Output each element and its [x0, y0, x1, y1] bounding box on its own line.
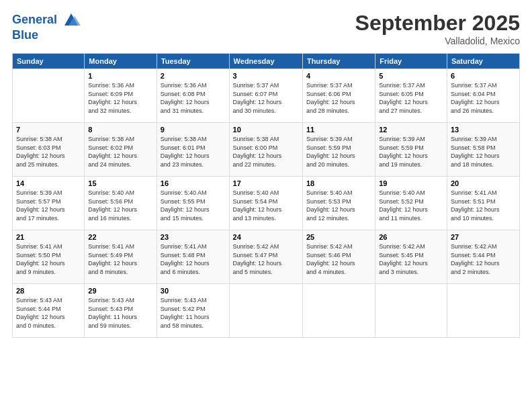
day-info: Sunrise: 5:40 AM Sunset: 5:52 PM Dayligh… — [379, 189, 443, 222]
calendar-table: Sunday Monday Tuesday Wednesday Thursday… — [12, 53, 520, 338]
cell-w1-d6: 6Sunrise: 5:37 AM Sunset: 6:04 PM Daylig… — [447, 69, 519, 123]
col-friday: Friday — [375, 54, 447, 69]
cell-w5-d2: 30Sunrise: 5:43 AM Sunset: 5:42 PM Dayli… — [157, 284, 229, 338]
page: General Blue September 2025 Valladolid, … — [0, 0, 532, 411]
cell-w5-d3 — [229, 284, 302, 338]
cell-w2-d4: 11Sunrise: 5:39 AM Sunset: 5:59 PM Dayli… — [302, 123, 375, 177]
cell-w3-d1: 15Sunrise: 5:40 AM Sunset: 5:56 PM Dayli… — [85, 177, 157, 230]
day-number: 19 — [379, 179, 443, 187]
day-number: 14 — [16, 179, 81, 187]
day-number: 10 — [233, 126, 299, 134]
day-number: 2 — [161, 72, 226, 80]
cell-w3-d5: 19Sunrise: 5:40 AM Sunset: 5:52 PM Dayli… — [375, 177, 447, 230]
day-info: Sunrise: 5:41 AM Sunset: 5:50 PM Dayligh… — [16, 242, 81, 276]
day-info: Sunrise: 5:40 AM Sunset: 5:55 PM Dayligh… — [161, 189, 226, 222]
day-number: 6 — [451, 72, 516, 80]
day-number: 21 — [16, 233, 81, 241]
cell-w2-d3: 10Sunrise: 5:38 AM Sunset: 6:00 PM Dayli… — [229, 123, 302, 177]
logo-icon — [62, 11, 81, 30]
cell-w4-d3: 24Sunrise: 5:42 AM Sunset: 5:47 PM Dayli… — [229, 230, 302, 284]
col-wednesday: Wednesday — [229, 54, 302, 69]
day-info: Sunrise: 5:42 AM Sunset: 5:44 PM Dayligh… — [451, 242, 516, 276]
cell-w1-d5: 5Sunrise: 5:37 AM Sunset: 6:05 PM Daylig… — [375, 69, 447, 123]
title-block: September 2025 Valladolid, Mexico — [355, 11, 520, 46]
day-number: 11 — [306, 126, 371, 134]
day-info: Sunrise: 5:39 AM Sunset: 5:58 PM Dayligh… — [451, 135, 516, 169]
day-info: Sunrise: 5:38 AM Sunset: 6:01 PM Dayligh… — [161, 135, 226, 169]
day-number: 13 — [451, 126, 516, 134]
day-info: Sunrise: 5:41 AM Sunset: 5:51 PM Dayligh… — [451, 189, 516, 222]
day-number: 22 — [88, 233, 153, 241]
cell-w3-d3: 17Sunrise: 5:40 AM Sunset: 5:54 PM Dayli… — [229, 177, 302, 230]
week-row-5: 28Sunrise: 5:43 AM Sunset: 5:44 PM Dayli… — [13, 284, 520, 338]
week-row-1: 1Sunrise: 5:36 AM Sunset: 6:09 PM Daylig… — [13, 69, 520, 123]
cell-w1-d3: 3Sunrise: 5:37 AM Sunset: 6:07 PM Daylig… — [229, 69, 302, 123]
cell-w5-d5 — [375, 284, 447, 338]
day-info: Sunrise: 5:39 AM Sunset: 5:57 PM Dayligh… — [16, 189, 81, 222]
day-number: 28 — [16, 287, 81, 295]
logo-general: General — [12, 13, 57, 26]
day-number: 30 — [161, 287, 226, 295]
day-info: Sunrise: 5:38 AM Sunset: 6:03 PM Dayligh… — [16, 135, 81, 169]
week-row-3: 14Sunrise: 5:39 AM Sunset: 5:57 PM Dayli… — [13, 177, 520, 230]
day-number: 29 — [88, 287, 153, 295]
day-info: Sunrise: 5:41 AM Sunset: 5:49 PM Dayligh… — [88, 242, 153, 276]
col-sunday: Sunday — [13, 54, 85, 69]
week-row-4: 21Sunrise: 5:41 AM Sunset: 5:50 PM Dayli… — [13, 230, 520, 284]
month-title: September 2025 — [355, 11, 520, 36]
day-info: Sunrise: 5:36 AM Sunset: 6:09 PM Dayligh… — [88, 81, 153, 115]
day-info: Sunrise: 5:37 AM Sunset: 6:06 PM Dayligh… — [306, 81, 371, 115]
cell-w2-d0: 7Sunrise: 5:38 AM Sunset: 6:03 PM Daylig… — [13, 123, 85, 177]
cell-w2-d2: 9Sunrise: 5:38 AM Sunset: 6:01 PM Daylig… — [157, 123, 229, 177]
day-info: Sunrise: 5:42 AM Sunset: 5:45 PM Dayligh… — [379, 242, 443, 276]
week-row-2: 7Sunrise: 5:38 AM Sunset: 6:03 PM Daylig… — [13, 123, 520, 177]
cell-w5-d1: 29Sunrise: 5:43 AM Sunset: 5:43 PM Dayli… — [85, 284, 157, 338]
day-info: Sunrise: 5:37 AM Sunset: 6:07 PM Dayligh… — [233, 81, 299, 115]
cell-w5-d4 — [302, 284, 375, 338]
logo: General Blue — [12, 11, 81, 42]
day-number: 26 — [379, 233, 443, 241]
day-number: 25 — [306, 233, 371, 241]
cell-w4-d5: 26Sunrise: 5:42 AM Sunset: 5:45 PM Dayli… — [375, 230, 447, 284]
cell-w2-d1: 8Sunrise: 5:38 AM Sunset: 6:02 PM Daylig… — [85, 123, 157, 177]
cell-w2-d5: 12Sunrise: 5:39 AM Sunset: 5:59 PM Dayli… — [375, 123, 447, 177]
day-info: Sunrise: 5:38 AM Sunset: 6:02 PM Dayligh… — [88, 135, 153, 169]
cell-w4-d2: 23Sunrise: 5:41 AM Sunset: 5:48 PM Dayli… — [157, 230, 229, 284]
day-number: 9 — [161, 126, 226, 134]
day-info: Sunrise: 5:39 AM Sunset: 5:59 PM Dayligh… — [306, 135, 371, 169]
cell-w1-d2: 2Sunrise: 5:36 AM Sunset: 6:08 PM Daylig… — [157, 69, 229, 123]
day-number: 17 — [233, 179, 299, 187]
day-info: Sunrise: 5:43 AM Sunset: 5:44 PM Dayligh… — [16, 296, 81, 330]
cell-w3-d6: 20Sunrise: 5:41 AM Sunset: 5:51 PM Dayli… — [447, 177, 519, 230]
cell-w5-d0: 28Sunrise: 5:43 AM Sunset: 5:44 PM Dayli… — [13, 284, 85, 338]
cell-w4-d0: 21Sunrise: 5:41 AM Sunset: 5:50 PM Dayli… — [13, 230, 85, 284]
day-info: Sunrise: 5:37 AM Sunset: 6:04 PM Dayligh… — [451, 81, 516, 115]
day-number: 20 — [451, 179, 516, 187]
day-number: 7 — [16, 126, 81, 134]
day-number: 18 — [306, 179, 371, 187]
day-number: 15 — [88, 179, 153, 187]
cell-w4-d4: 25Sunrise: 5:42 AM Sunset: 5:46 PM Dayli… — [302, 230, 375, 284]
day-number: 23 — [161, 233, 226, 241]
day-info: Sunrise: 5:38 AM Sunset: 6:00 PM Dayligh… — [233, 135, 299, 169]
day-info: Sunrise: 5:41 AM Sunset: 5:48 PM Dayligh… — [161, 242, 226, 276]
col-monday: Monday — [85, 54, 157, 69]
header-row: Sunday Monday Tuesday Wednesday Thursday… — [13, 54, 520, 69]
day-number: 8 — [88, 126, 153, 134]
location-subtitle: Valladolid, Mexico — [355, 36, 520, 46]
cell-w1-d1: 1Sunrise: 5:36 AM Sunset: 6:09 PM Daylig… — [85, 69, 157, 123]
day-info: Sunrise: 5:42 AM Sunset: 5:46 PM Dayligh… — [306, 242, 371, 276]
col-thursday: Thursday — [302, 54, 375, 69]
day-number: 1 — [88, 72, 153, 80]
cell-w1-d4: 4Sunrise: 5:37 AM Sunset: 6:06 PM Daylig… — [302, 69, 375, 123]
day-number: 3 — [233, 72, 299, 80]
day-info: Sunrise: 5:36 AM Sunset: 6:08 PM Dayligh… — [161, 81, 226, 115]
logo-blue: Blue — [12, 28, 81, 42]
day-info: Sunrise: 5:39 AM Sunset: 5:59 PM Dayligh… — [379, 135, 443, 169]
day-info: Sunrise: 5:40 AM Sunset: 5:53 PM Dayligh… — [306, 189, 371, 222]
cell-w1-d0 — [13, 69, 85, 123]
cell-w4-d1: 22Sunrise: 5:41 AM Sunset: 5:49 PM Dayli… — [85, 230, 157, 284]
cell-w5-d6 — [447, 284, 519, 338]
cell-w3-d0: 14Sunrise: 5:39 AM Sunset: 5:57 PM Dayli… — [13, 177, 85, 230]
day-number: 27 — [451, 233, 516, 241]
